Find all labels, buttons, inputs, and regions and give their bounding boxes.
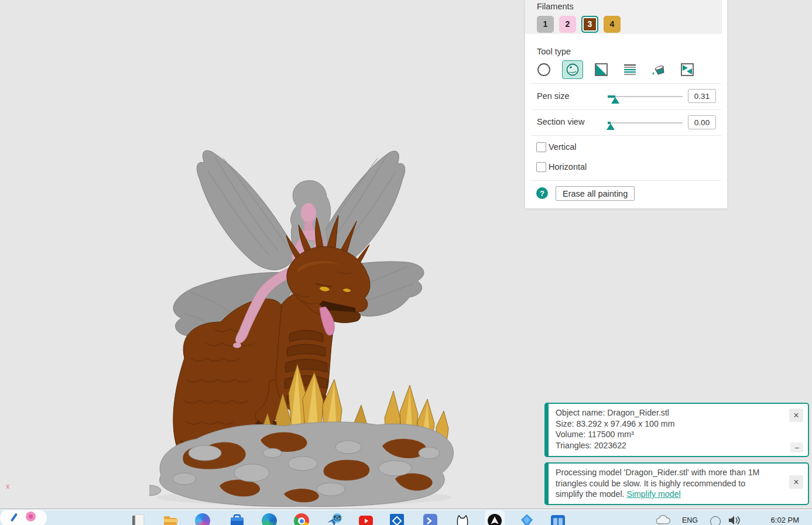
divider (531, 109, 721, 110)
filament-4-button[interactable]: 4 (604, 16, 621, 33)
close-icon[interactable]: × (789, 475, 803, 489)
clock[interactable]: 6:02 PM (771, 516, 799, 524)
notification-accent-bar (544, 403, 549, 457)
file-explorer-icon[interactable] (163, 513, 178, 525)
height-range-icon[interactable] (619, 60, 640, 79)
notepad-icon[interactable] (131, 513, 146, 525)
vertical-checkbox-label: Vertical (549, 142, 577, 152)
diamond-app-icon[interactable] (389, 513, 405, 525)
triangle-pointer-icon[interactable] (591, 60, 612, 79)
filaments-label: Filaments (537, 2, 574, 11)
section-view-value[interactable]: 0.00 (688, 115, 716, 129)
color-painting-panel: Filaments 1 2 3 4 Tool type (525, 0, 727, 208)
tool-type-label: Tool type (537, 47, 571, 56)
pen-size-slider-handle[interactable] (611, 97, 619, 104)
notification-accent-bar (544, 462, 549, 505)
copilot-icon[interactable] (195, 513, 210, 525)
mail-icon[interactable] (326, 513, 341, 525)
youtube-icon[interactable] (358, 513, 374, 525)
circle-brush-icon[interactable] (533, 60, 554, 79)
divider (531, 180, 721, 181)
sphere-brush-icon[interactable] (562, 60, 583, 79)
filament-2-button[interactable]: 2 (559, 16, 576, 33)
pen-icon (11, 513, 18, 521)
section-view-label: Section view (537, 117, 584, 126)
close-icon[interactable]: × (789, 409, 803, 422)
filament-1-button[interactable]: 1 (537, 16, 554, 33)
cat-app-icon[interactable] (455, 513, 470, 525)
chrome-browser-icon[interactable] (294, 513, 309, 525)
fairy-face (301, 203, 316, 223)
kite-app-icon[interactable] (519, 513, 535, 525)
fill-bucket-icon[interactable] (648, 60, 669, 79)
filament-row: 1 2 3 4 (537, 15, 621, 33)
windows-taskbar: ENG 6:02 PM (0, 509, 812, 525)
minimize-icon[interactable]: − (790, 442, 803, 452)
object-name-line: Object name: Dragon_Rider.stl (556, 407, 674, 418)
object-info-notification: Object name: Dragon_Rider.stl Size: 83.2… (544, 403, 809, 457)
pen-size-label: Pen size (537, 91, 570, 101)
triangle-warning-notification: Processing model 'Dragon_Rider.stl' with… (544, 462, 809, 505)
briefcase-icon[interactable] (229, 513, 245, 525)
erase-all-painting-button[interactable]: Erase all painting (556, 186, 635, 201)
warning-text: Processing model 'Dragon_Rider.stl' with… (556, 467, 773, 500)
vertical-checkbox[interactable] (536, 142, 546, 152)
volume-icon[interactable] (728, 515, 743, 525)
help-icon[interactable]: ? (536, 187, 548, 199)
flower-icon (26, 512, 36, 521)
object-size-line: Size: 83.292 x 97.496 x 100 mm (556, 418, 674, 430)
filament-3-button[interactable]: 3 (581, 16, 598, 33)
section-view-slider-handle[interactable] (607, 123, 615, 130)
divider (531, 135, 721, 136)
onedrive-cloud-icon[interactable] (655, 514, 670, 525)
tool-type-row (533, 60, 698, 79)
gap-fill-icon[interactable] (677, 60, 698, 79)
model-dragon-rider[interactable] (149, 147, 457, 507)
edge-browser-icon[interactable] (262, 513, 277, 525)
pen-size-value[interactable]: 0.31 (688, 89, 716, 103)
object-volume-line: Volume: 117500 mm³ (556, 429, 674, 440)
network-icon[interactable] (710, 516, 721, 525)
section-view-slider[interactable] (608, 122, 683, 123)
simplify-model-link[interactable]: Simplify model (626, 489, 680, 499)
horizontal-checkbox-label: Horizontal (549, 162, 587, 171)
slicer-app-icon[interactable] (487, 513, 502, 525)
object-triangles-line: Triangles: 2023622 (556, 440, 674, 451)
terminal-app-icon[interactable] (423, 513, 438, 525)
divider (531, 83, 721, 84)
horizontal-checkbox[interactable] (536, 162, 546, 172)
x-axis-label: x (6, 482, 10, 490)
teams-app-icon[interactable] (550, 513, 566, 525)
pen-size-slider[interactable] (608, 96, 683, 97)
search-box[interactable] (0, 509, 47, 525)
object-info-text: Object name: Dragon_Rider.stl Size: 83.2… (556, 407, 674, 451)
language-indicator[interactable]: ENG (682, 516, 698, 524)
filaments-section: Filaments 1 2 3 4 (525, 0, 722, 34)
